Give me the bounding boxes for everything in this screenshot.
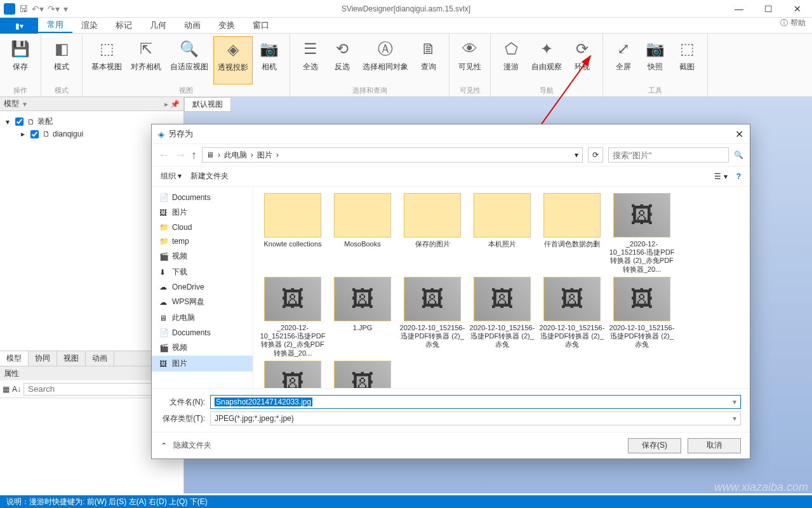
sidebar-item-Documents[interactable]: 📄Documents [152, 190, 253, 204]
dialog-close-button[interactable]: ✕ [735, 128, 743, 140]
close-button[interactable]: ✕ [783, 0, 812, 18]
file-thumb: 🖼 [543, 277, 601, 321]
filename-input[interactable]: Snapshot202147142033.jpg ▾ [210, 395, 741, 409]
ribbon-btn-截图[interactable]: ⬚截图 [672, 36, 702, 84]
ribbon-tab-4[interactable]: 动画 [175, 18, 210, 33]
qat-dropdown-icon[interactable]: ▾ [63, 4, 68, 14]
ribbon-icon: ◧ [51, 39, 72, 59]
maximize-button[interactable]: ☐ [754, 0, 783, 18]
viewport-tab[interactable]: 默认视图 [184, 97, 231, 112]
ribbon-tab-1[interactable]: 渲染 [72, 18, 107, 33]
sidebar-item-下载[interactable]: ⬇下载 [152, 264, 253, 280]
file-thumb: 🖼 [613, 277, 670, 321]
file-item[interactable]: 本机照片 [469, 193, 535, 273]
ribbon-tab-2[interactable]: 标记 [107, 18, 141, 33]
file-item[interactable]: 🖼demo-08.jpg [329, 361, 396, 388]
sidebar-item-此电脑[interactable]: 🖥此电脑 [152, 310, 253, 326]
save-button[interactable]: 保存(S) [628, 438, 681, 453]
sidebar-item-temp[interactable]: 📁temp [152, 234, 253, 248]
filename-label: 文件名(N): [161, 397, 205, 408]
panel-tab-视图[interactable]: 视图 [57, 351, 86, 366]
toggle-folders-icon[interactable]: ⌃ [161, 441, 167, 450]
file-item[interactable]: 🖼2020-12-10_152156-迅捷PDF转换器 (2)_赤兔 [609, 277, 675, 357]
new-folder-button[interactable]: 新建文件夹 [190, 171, 229, 182]
ribbon-btn-反选[interactable]: ⟲反选 [327, 36, 357, 84]
sidebar-item-Documents[interactable]: 📄Documents [152, 326, 253, 340]
file-item[interactable]: 🖼1.JPG [329, 277, 396, 357]
dialog-search-input[interactable] [608, 147, 729, 163]
file-item[interactable]: 🖼2020-12-10_152156-迅捷PDF转换器 (2)_赤兔 [399, 277, 465, 357]
tree-root-checkbox[interactable] [15, 117, 23, 126]
ribbon-btn-相机[interactable]: 📷相机 [254, 36, 284, 84]
ribbon-btn-快照[interactable]: 📷快照 [640, 36, 670, 84]
refresh-button[interactable]: ⟳ [588, 147, 603, 163]
panel-tab-协同[interactable]: 协同 [29, 351, 57, 366]
ribbon-icon: ◈ [223, 39, 243, 60]
file-thumb: 🖼 [474, 277, 531, 321]
sidebar-item-视频[interactable]: 🎬视频 [152, 340, 253, 356]
sidebar-item-WPS网盘[interactable]: ☁WPS网盘 [152, 294, 253, 310]
breadcrumb[interactable]: 🖥 › 此电脑 › 图片 › ▾ [202, 147, 583, 163]
tree-child-checkbox[interactable] [30, 130, 39, 138]
ribbon-btn-选择相同对象[interactable]: Ⓐ选择相同对象 [359, 36, 412, 84]
ribbon-tab-6[interactable]: 窗口 [244, 18, 278, 33]
ribbon-tab-5[interactable]: 变换 [210, 18, 244, 33]
panel-tab-模型[interactable]: 模型 [0, 351, 29, 366]
props-sort-icon[interactable]: A↓ [12, 385, 21, 394]
ribbon-btn-自由观察[interactable]: ✦自由观察 [528, 36, 566, 84]
props-grid-icon[interactable]: ▦ [3, 385, 10, 394]
ribbon-btn-对齐相机[interactable]: ⇱对齐相机 [127, 36, 165, 84]
ribbon-btn-环视[interactable]: ⟳环视 [567, 36, 597, 84]
file-thumb [543, 193, 601, 237]
model-panel-header: 模型 ▾ ▸ 📌 [0, 97, 183, 111]
file-item[interactable]: 🖼2020-12-10_152156-迅捷PDF转换器 (2)_赤兔 [539, 277, 605, 357]
undo-icon[interactable]: ↶▾ [32, 4, 44, 14]
ribbon-btn-透视投影[interactable]: ◈透视投影 [213, 36, 253, 84]
file-menu[interactable]: ▮▾ [0, 18, 38, 34]
sidebar-item-视频[interactable]: 🎬视频 [152, 248, 253, 264]
dialog-help-icon[interactable]: ? [736, 172, 741, 181]
ribbon-btn-保存[interactable]: 💾保存 [5, 36, 36, 84]
file-item[interactable]: 🖼_2020-12-10_152156-迅捷PDF转换器 (2)_赤兔PDF转换… [609, 193, 675, 273]
filetype-select[interactable]: JPEG(*.jpg;*.jpeg;*.jpe) ▾ [210, 411, 741, 425]
view-menu[interactable]: ☰ ▾ [714, 172, 727, 181]
help-button[interactable]: ⓘ 帮助 [780, 18, 806, 29]
ribbon-btn-漫游[interactable]: ⬠漫游 [496, 36, 526, 84]
organize-menu[interactable]: 组织 ▾ [161, 171, 182, 182]
dialog-file-grid[interactable]: Knowte collectionsMosoBooks保存的图片本机照片仟首调色… [253, 187, 750, 388]
nav-back-icon[interactable]: ← [158, 149, 170, 162]
redo-icon[interactable]: ↷▾ [48, 4, 60, 14]
ribbon-icon: ⟳ [572, 39, 592, 59]
panel-tab-动画[interactable]: 动画 [86, 351, 114, 366]
ribbon-btn-基本视图[interactable]: ⬚基本视图 [88, 36, 126, 84]
file-item[interactable]: 仟首调色数据勿删 [539, 193, 605, 273]
dialog-icon: ◈ [158, 130, 164, 139]
file-item[interactable]: 🖼demo-02.jpg [260, 361, 326, 388]
file-thumb [474, 193, 531, 237]
sidebar-item-图片[interactable]: 🖼图片 [152, 356, 253, 371]
ribbon-btn-查询[interactable]: 🗎查询 [413, 36, 444, 84]
file-item[interactable]: Knowte collections [260, 193, 326, 273]
sidebar-item-图片[interactable]: 🖼图片 [152, 204, 253, 220]
pin-icon[interactable]: ▸ 📌 [164, 100, 180, 109]
ribbon-tab-0[interactable]: 常用 [38, 18, 72, 33]
ribbon-btn-模式[interactable]: ◧模式 [46, 36, 77, 84]
nav-forward-icon[interactable]: → [175, 149, 186, 162]
ribbon-btn-自适应视图[interactable]: 🔍自适应视图 [166, 36, 212, 84]
file-item[interactable]: 🖼2020-12-10_152156-迅捷PDF转换器 (2)_赤兔 [469, 277, 535, 357]
qat-save-icon[interactable]: 🖫 [19, 4, 28, 14]
sidebar-item-OneDrive[interactable]: ☁OneDrive [152, 280, 253, 294]
sidebar-item-Cloud[interactable]: 📁Cloud [152, 220, 253, 234]
ribbon-btn-全选[interactable]: ☰全选 [295, 36, 326, 84]
file-item[interactable]: MosoBooks [329, 193, 396, 273]
ribbon-tab-3[interactable]: 几何 [141, 18, 175, 33]
file-item[interactable]: 保存的图片 [399, 193, 465, 273]
ribbon-icon: ⬚ [677, 39, 697, 59]
minimize-button[interactable]: — [724, 0, 754, 18]
file-item[interactable]: 🖼_2020-12-10_152156-迅捷PDF转换器 (2)_赤兔PDF转换… [260, 277, 326, 357]
hide-folders-link[interactable]: 隐藏文件夹 [173, 440, 211, 451]
cancel-button[interactable]: 取消 [688, 438, 741, 453]
ribbon-btn-全屏[interactable]: ⤢全屏 [608, 36, 639, 84]
nav-up-icon[interactable]: ↑ [191, 149, 197, 162]
ribbon-btn-可见性[interactable]: 👁可见性 [455, 36, 485, 84]
